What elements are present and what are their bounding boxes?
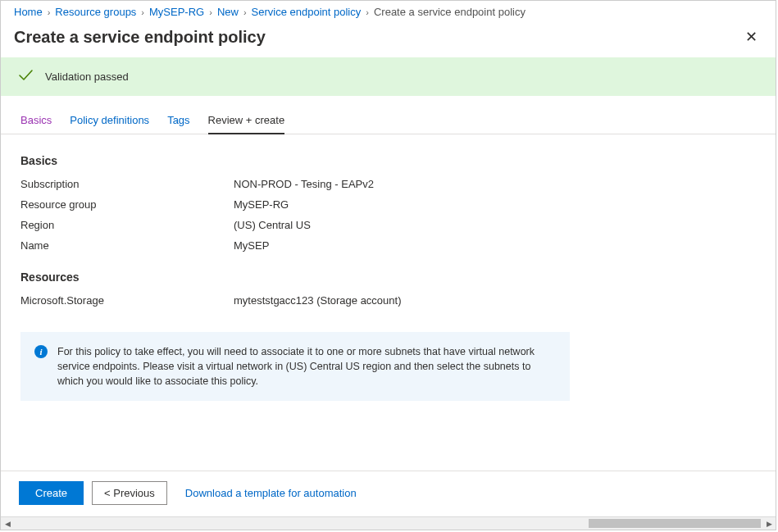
breadcrumb-item-mysep-rg[interactable]: MySEP-RG [149, 6, 204, 18]
summary-row: Microsoft.Storage myteststgacc123 (Stora… [20, 290, 756, 311]
validation-banner: Validation passed [1, 57, 776, 96]
validation-message: Validation passed [45, 70, 129, 83]
summary-label: Name [20, 239, 234, 252]
checkmark-icon [17, 67, 34, 86]
tab-review-create[interactable]: Review + create [208, 114, 285, 134]
review-content: Basics Subscription NON-PROD - Tesing - … [1, 134, 776, 471]
summary-label: Region [20, 219, 234, 231]
chevron-right-icon: › [141, 7, 144, 17]
close-icon[interactable]: ✕ [740, 25, 762, 49]
summary-value: MySEP [234, 239, 756, 252]
summary-row: Region (US) Central US [20, 215, 756, 235]
previous-button[interactable]: < Previous [92, 481, 167, 505]
breadcrumb-current: Create a service endpoint policy [374, 6, 525, 18]
section-heading-basics: Basics [20, 154, 756, 167]
info-icon: i [34, 345, 48, 358]
breadcrumb-item-resource-groups[interactable]: Resource groups [55, 6, 136, 18]
breadcrumb-item-home[interactable]: Home [14, 6, 43, 18]
page-title: Create a service endpoint policy [14, 28, 266, 47]
summary-row: Name MySEP [20, 235, 756, 256]
summary-value: (US) Central US [234, 219, 756, 231]
chevron-right-icon: › [366, 7, 369, 17]
summary-value: MySEP-RG [234, 198, 756, 211]
tabs: Basics Policy definitions Tags Review + … [1, 96, 776, 134]
breadcrumb-item-new[interactable]: New [217, 6, 239, 18]
horizontal-scrollbar[interactable]: ◀ ▶ [1, 516, 776, 530]
summary-label: Microsoft.Storage [20, 294, 234, 307]
summary-label: Subscription [20, 178, 234, 190]
tab-policy-definitions[interactable]: Policy definitions [70, 114, 149, 134]
summary-label: Resource group [20, 198, 234, 211]
chevron-right-icon: › [243, 7, 247, 17]
tab-tags[interactable]: Tags [167, 114, 189, 134]
azure-create-sep-blade: Home › Resource groups › MySEP-RG › New … [0, 0, 776, 530]
breadcrumb-item-service-endpoint-policy[interactable]: Service endpoint policy [252, 6, 362, 18]
info-text: For this policy to take effect, you will… [57, 344, 556, 389]
scroll-left-icon[interactable]: ◀ [1, 517, 14, 530]
footer-actions: Create < Previous Download a template fo… [1, 471, 776, 516]
title-row: Create a service endpoint policy ✕ [1, 21, 776, 57]
chevron-right-icon: › [48, 7, 51, 17]
summary-row: Resource group MySEP-RG [20, 194, 756, 215]
info-box: i For this policy to take effect, you wi… [20, 332, 570, 401]
scrollbar-thumb[interactable] [589, 519, 761, 528]
tab-basics[interactable]: Basics [20, 114, 52, 134]
create-button[interactable]: Create [19, 481, 84, 505]
breadcrumb: Home › Resource groups › MySEP-RG › New … [1, 1, 776, 21]
download-template-link[interactable]: Download a template for automation [185, 487, 357, 499]
summary-value: NON-PROD - Tesing - EAPv2 [234, 178, 756, 190]
chevron-right-icon: › [209, 7, 212, 17]
summary-row: Subscription NON-PROD - Tesing - EAPv2 [20, 174, 756, 194]
scroll-right-icon[interactable]: ▶ [762, 517, 776, 530]
section-heading-resources: Resources [20, 271, 756, 284]
summary-value: myteststgacc123 (Storage account) [234, 294, 756, 307]
